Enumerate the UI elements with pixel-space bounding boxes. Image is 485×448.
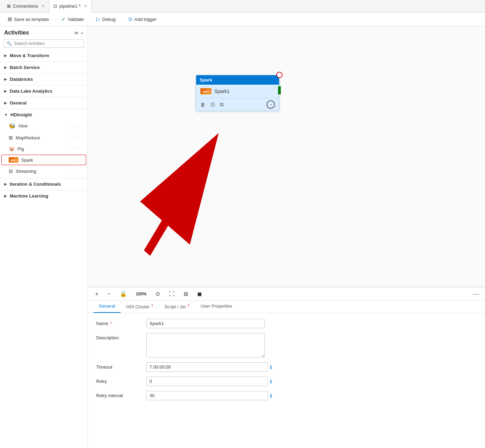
mapreduce-icon: ⊞ [9, 135, 13, 140]
select-button[interactable]: ⛶ [167, 290, 176, 298]
debug-label: Debug [102, 17, 115, 22]
category-label: Iteration & Conditionals [10, 181, 61, 187]
retry-info-icon[interactable]: ℹ [270, 379, 272, 384]
timeout-info-icon[interactable]: ℹ [270, 364, 272, 370]
form-row-retry: Retry ℹ [96, 377, 477, 386]
copy-icon[interactable]: ⧉ [220, 101, 224, 108]
timeout-input[interactable] [146, 362, 268, 372]
category-label: Batch Service [10, 65, 40, 70]
theme-button[interactable]: ◼ [195, 289, 203, 298]
debug-button[interactable]: ▷ Debug [94, 15, 117, 24]
sidebar-item-iteration-conditionals[interactable]: ▶ Iteration & Conditionals [0, 179, 87, 189]
sidebar-item-databricks[interactable]: ▶ Databricks [0, 74, 87, 84]
activity-item-mapreduce[interactable]: ⊞ MapReduce ⋮⋮⋮ [1, 132, 86, 143]
search-box[interactable]: 🔍 [3, 39, 84, 48]
tab-pipeline1[interactable]: ⊡ pipeline1 * ✕ [49, 0, 92, 13]
retry-interval-input[interactable] [146, 391, 268, 400]
spark-node-icon: spark [200, 88, 211, 94]
save-template-icon: ⊞ [8, 16, 12, 22]
settings-icon[interactable]: ⊡ [210, 101, 215, 108]
retry-input[interactable] [146, 377, 268, 386]
tab-hdi-cluster[interactable]: HDI Cluster 1 [121, 301, 159, 313]
sidebar-item-general[interactable]: ▶ General [0, 98, 87, 108]
arrow-icon: ▶ [4, 77, 7, 81]
svg-line-1 [147, 148, 210, 253]
tab-pipeline1-label: pipeline1 * [59, 3, 80, 9]
activity-item-spark[interactable]: spark Spark ⋮⋮⋮ [1, 155, 86, 165]
timeout-field-group: ℹ [146, 362, 272, 372]
activity-item-streaming[interactable]: ⊟ Streaming ⋮⋮⋮ [1, 166, 86, 176]
activities-sidebar: Activities ≫ « 🔍 ▶ Move & Transform ▶ Ba… [0, 26, 88, 447]
description-input[interactable] [146, 333, 265, 357]
sidebar-item-hdinsight[interactable]: ▼ HDInsight [0, 110, 87, 120]
sidebar-item-batch-service[interactable]: ▶ Batch Service [0, 62, 87, 72]
pipeline-canvas[interactable]: Spark spark Spark1 🗑 ⊡ ⧉ → [88, 26, 485, 287]
minimize-panel-button[interactable]: — [473, 290, 479, 298]
arrow-icon: ▶ [4, 54, 7, 57]
activity-item-pig[interactable]: 🐷 Pig ⋮⋮⋮ [1, 144, 86, 154]
save-as-template-button[interactable]: ⊞ Save as template [6, 15, 51, 24]
retry-label: Retry [96, 377, 138, 384]
tab-pipeline1-close[interactable]: ✕ [84, 4, 87, 8]
expand-icon[interactable]: « [81, 30, 83, 36]
tab-user-properties[interactable]: User Properties [195, 301, 238, 313]
description-label: Description [96, 333, 138, 340]
connect-icon[interactable]: → [267, 100, 275, 109]
layout-button[interactable]: ⊞ [182, 289, 190, 298]
save-template-label: Save as template [14, 17, 49, 22]
add-trigger-button[interactable]: ⊙ Add trigger [126, 15, 159, 24]
category-label: Data Lake Analytics [10, 88, 52, 94]
pipeline-icon: ⊡ [53, 3, 57, 9]
drag-handle-icon[interactable]: ⋮⋮⋮ [70, 124, 82, 128]
zoom-out-button[interactable]: − [106, 290, 112, 298]
tab-hdi-cluster-badge: 1 [151, 303, 153, 307]
category-label: Databricks [10, 77, 33, 82]
pig-icon: 🐷 [9, 146, 15, 152]
collapse-icon[interactable]: ≫ [74, 30, 79, 36]
main-toolbar: ⊞ Save as template ✓ Validate ▷ Debug ⊙ … [0, 13, 485, 26]
category-label: HDInsight [10, 112, 32, 117]
tab-connections-label: Connections [13, 3, 38, 9]
sidebar-item-machine-learning[interactable]: ▶ Machine Learning [0, 191, 87, 201]
search-input[interactable] [14, 41, 81, 46]
lock-button[interactable]: 🔒 [118, 289, 129, 298]
form-row-retry-interval: Retry interval ℹ [96, 391, 477, 400]
tab-hdi-cluster-label: HDI Cluster [126, 304, 149, 309]
delete-icon[interactable]: 🗑 [200, 102, 206, 108]
spark-node[interactable]: Spark spark Spark1 🗑 ⊡ ⧉ → [196, 75, 279, 111]
canvas-area: Spark spark Spark1 🗑 ⊡ ⧉ → [88, 26, 485, 447]
retry-field-group: ℹ [146, 377, 272, 386]
node-status-dot [276, 72, 283, 78]
activity-item-hive[interactable]: 🐝 Hive ⋮⋮⋮ [1, 120, 86, 132]
validate-icon: ✓ [61, 16, 66, 22]
zoom-in-button[interactable]: + [93, 290, 100, 298]
debug-icon: ▷ [96, 16, 100, 22]
bottom-tabs: General HDI Cluster 1 Script / Jar 2 Use… [88, 301, 485, 313]
drag-handle-icon[interactable]: ⋮⋮⋮ [70, 147, 82, 151]
drag-handle-icon[interactable]: ⋮⋮⋮ [70, 169, 82, 173]
form-row-timeout: Timeout ℹ [96, 362, 477, 372]
spark-activity-icon: spark [9, 157, 18, 163]
activity-label: Streaming [16, 169, 36, 174]
tab-script-jar[interactable]: Script / Jar 2 [159, 301, 195, 313]
tab-general[interactable]: General [93, 301, 121, 313]
drag-handle-icon[interactable]: ⋮⋮⋮ [70, 158, 82, 162]
tab-script-jar-label: Script / Jar [164, 304, 186, 309]
arrow-icon: ▶ [4, 194, 7, 198]
tab-bar: ⊠ Connections ✕ ⊡ pipeline1 * ✕ [0, 0, 485, 13]
name-input[interactable] [146, 319, 265, 328]
tab-connections-close[interactable]: ✕ [41, 4, 45, 8]
sidebar-header: Activities ≫ « [0, 26, 87, 38]
retry-interval-info-icon[interactable]: ℹ [270, 393, 272, 399]
validate-label: Validate [68, 17, 84, 22]
sidebar-item-data-lake-analytics[interactable]: ▶ Data Lake Analytics [0, 86, 87, 96]
zoom-fit-button[interactable]: ⊙ [154, 289, 162, 298]
spark-node-title: Spark [200, 77, 212, 83]
bottom-panel: + − 🔒 100% ⊙ ⛶ ⊞ ◼ — General HDI Cluster… [88, 287, 485, 447]
validate-button[interactable]: ✓ Validate [59, 15, 86, 24]
drag-handle-icon[interactable]: ⋮⋮⋮ [70, 136, 82, 140]
tab-connections[interactable]: ⊠ Connections ✕ [3, 0, 49, 13]
sidebar-item-move-transform[interactable]: ▶ Move & Transform [0, 51, 87, 61]
arrow-icon: ▶ [4, 65, 7, 69]
fit-view-button[interactable]: 100% [134, 291, 148, 298]
